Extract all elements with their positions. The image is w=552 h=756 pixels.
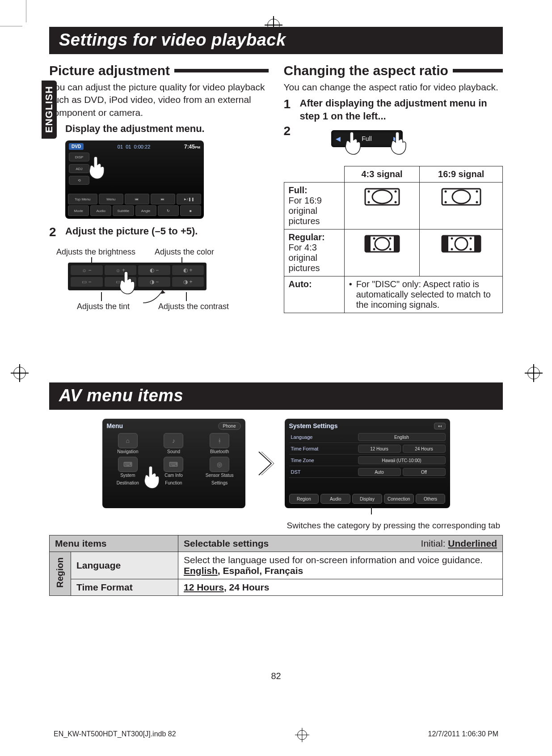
move-button[interactable]: ⟲ bbox=[69, 176, 89, 185]
tab-connection[interactable]: Connection bbox=[384, 494, 414, 504]
label-contrast: Adjusts the contrast bbox=[158, 302, 229, 311]
svg-rect-6 bbox=[442, 189, 480, 205]
system-icon[interactable]: ⌨ bbox=[118, 457, 138, 472]
subtitle-button[interactable]: Subtitle bbox=[113, 205, 134, 216]
svg-point-2 bbox=[367, 190, 370, 192]
tint-plus[interactable]: ▭ + bbox=[105, 277, 137, 287]
phone-button[interactable]: Phone bbox=[218, 422, 241, 430]
page-title-settings-playback: Settings for video playback bbox=[49, 27, 503, 54]
dvd-adjustment-screenshot: DVD 01 01 0:00:22 7:45PM DISP ADJ ⟲ Mode… bbox=[65, 140, 204, 219]
svg-point-11 bbox=[476, 201, 478, 203]
playpause-icon[interactable]: ►/❚❚ bbox=[177, 194, 201, 204]
aspect-value: Full bbox=[362, 135, 372, 142]
tab-display[interactable]: Display bbox=[352, 494, 382, 504]
label-color: Adjusts the color bbox=[155, 247, 214, 257]
language-tab: ENGLISH bbox=[42, 81, 57, 139]
menu-item-caminfo[interactable]: Cam Info bbox=[164, 473, 183, 478]
picture-intro-text: You can adjust the picture quality for v… bbox=[49, 81, 269, 119]
next-aspect-icon[interactable]: ▶ bbox=[393, 135, 398, 142]
menu-item-settings[interactable]: Settings bbox=[211, 480, 228, 485]
brightness-minus[interactable]: ☼ − bbox=[71, 265, 103, 275]
menu-item-sound[interactable]: Sound bbox=[167, 449, 180, 454]
sound-icon[interactable]: ♪ bbox=[164, 433, 183, 448]
row-regular-label: Regular:For 4:3 original pictures bbox=[284, 229, 344, 276]
svg-point-18 bbox=[373, 248, 375, 250]
contrast-plus[interactable]: ◑ + bbox=[172, 277, 204, 287]
settings-dst-off[interactable]: Off bbox=[403, 468, 446, 476]
sensor-icon[interactable]: ◎ bbox=[210, 457, 229, 472]
av-menu-table: Menu items Selectable settings Initial: … bbox=[49, 535, 503, 596]
stop-icon[interactable]: ■ bbox=[180, 205, 201, 216]
dvd-badge: DVD bbox=[69, 143, 84, 150]
back-icon[interactable]: ↤ bbox=[434, 423, 446, 429]
svg-rect-0 bbox=[365, 189, 399, 205]
settings-timezone-value[interactable]: Hawaii (UTC-10:00) bbox=[358, 456, 446, 464]
settings-tf-24[interactable]: 24 Hours bbox=[403, 445, 446, 453]
settings-language-value[interactable]: English bbox=[358, 433, 446, 441]
scr-track: 01 01 0:00:22 bbox=[118, 144, 150, 149]
bluetooth-icon[interactable]: ᚼ bbox=[210, 433, 229, 448]
step-number-2b: 2 bbox=[284, 124, 294, 138]
tab-audio[interactable]: Audio bbox=[320, 494, 350, 504]
next-icon[interactable]: ⏭ bbox=[151, 194, 175, 204]
angle-button[interactable]: Angle bbox=[135, 205, 156, 216]
topmenu-button[interactable]: Top Menu bbox=[68, 194, 97, 204]
tint-minus[interactable]: ▭ − bbox=[71, 277, 103, 287]
contrast-minus[interactable]: ◑ − bbox=[138, 277, 170, 287]
svg-point-16 bbox=[373, 237, 375, 239]
settings-dst-key: DST bbox=[289, 469, 358, 475]
aspect-full-43-icon bbox=[349, 185, 415, 208]
registration-mark bbox=[527, 367, 540, 379]
settings-timeformat-key: Time Format bbox=[289, 446, 358, 451]
aspect-selector[interactable]: ◀ Full ▶ bbox=[331, 130, 403, 147]
disp-button[interactable]: DISP bbox=[69, 153, 89, 161]
mode-button[interactable]: Mode bbox=[68, 205, 89, 216]
menu-button[interactable]: Menu bbox=[99, 194, 123, 204]
menu-item-function[interactable]: Function bbox=[165, 480, 182, 485]
picture-adjust-figure: Adjusts the brightness Adjusts the color… bbox=[56, 239, 269, 324]
settings-language-key: Language bbox=[289, 434, 358, 440]
arrow-right-icon bbox=[256, 450, 274, 477]
svg-point-15 bbox=[375, 238, 389, 250]
menu-item-destination[interactable]: Destination bbox=[117, 480, 139, 485]
heading-rule bbox=[174, 69, 268, 72]
prev-aspect-icon[interactable]: ◀ bbox=[336, 135, 341, 142]
tab-region[interactable]: Region bbox=[289, 494, 319, 504]
menu-item-sensor[interactable]: Sensor Status bbox=[206, 473, 234, 478]
settings-dst-auto[interactable]: Auto bbox=[358, 468, 401, 476]
svg-point-24 bbox=[451, 237, 453, 239]
svg-rect-14 bbox=[394, 236, 399, 252]
svg-point-10 bbox=[444, 201, 447, 203]
adj-button[interactable]: ADJ bbox=[69, 164, 89, 173]
audio-button[interactable]: Audio bbox=[90, 205, 111, 216]
row-full-label: Full:For 16:9 original pictures bbox=[284, 182, 344, 229]
label-brightness: Adjusts the brightness bbox=[56, 247, 135, 257]
svg-rect-21 bbox=[442, 236, 448, 252]
menu-item-navigation[interactable]: Navigation bbox=[117, 449, 138, 454]
caminfo-icon[interactable]: ⌨ bbox=[164, 457, 183, 472]
row-language: Language bbox=[71, 552, 178, 579]
aspect-intro-text: You can change the aspect ratio for vide… bbox=[284, 81, 503, 93]
nav-icon[interactable]: ⌂ bbox=[118, 433, 138, 448]
svg-point-19 bbox=[389, 248, 391, 250]
row-auto-desc: For "DISC" only: Aspect ratio is automat… bbox=[344, 276, 502, 313]
color-plus[interactable]: ◐ + bbox=[172, 265, 204, 275]
crop-mark bbox=[26, 0, 26, 22]
aspect-regular-43-icon bbox=[349, 232, 415, 255]
brightness-plus[interactable]: ☼ + bbox=[105, 265, 137, 275]
repeat-icon[interactable]: ↻ bbox=[158, 205, 179, 216]
menu-item-bluetooth[interactable]: Bluetooth bbox=[210, 449, 229, 454]
svg-rect-22 bbox=[474, 236, 480, 252]
menu-item-system[interactable]: System bbox=[120, 473, 135, 478]
svg-rect-13 bbox=[365, 236, 371, 252]
registration-mark-icon bbox=[297, 730, 307, 740]
svg-point-8 bbox=[444, 190, 447, 192]
prev-icon[interactable]: ⏮ bbox=[125, 194, 149, 204]
color-minus[interactable]: ◐ − bbox=[138, 265, 170, 275]
settings-tf-12[interactable]: 12 Hours bbox=[358, 445, 401, 453]
tab-others[interactable]: Others bbox=[416, 494, 446, 504]
row-timeformat: Time Format bbox=[71, 579, 178, 596]
scr-clock: 7:45PM bbox=[184, 144, 200, 150]
row-language-settings: Select the language used for on-screen i… bbox=[178, 552, 503, 579]
svg-point-26 bbox=[451, 248, 453, 250]
